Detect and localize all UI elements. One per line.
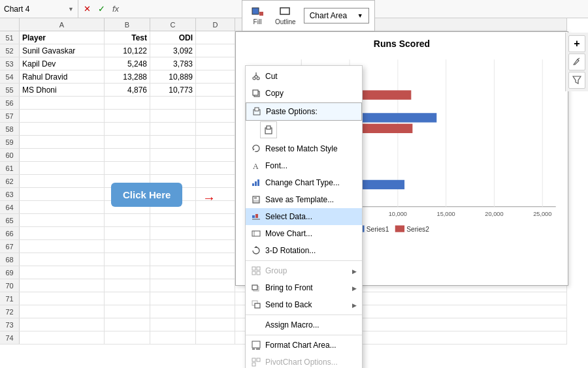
cell-d[interactable]: [196, 110, 235, 122]
cell-b[interactable]: 4,876: [105, 84, 150, 96]
cell-c[interactable]: [150, 331, 196, 344]
chart-elements-btn[interactable]: +: [568, 35, 585, 52]
cell-b[interactable]: [105, 279, 150, 292]
cell-d[interactable]: [196, 188, 235, 200]
cell-c[interactable]: [150, 240, 196, 253]
name-box-dropdown-icon[interactable]: ▼: [68, 6, 74, 12]
cell-b[interactable]: [105, 253, 150, 266]
cell-c[interactable]: [150, 279, 196, 292]
menu-item-format_chart_area[interactable]: Format Chart Area...: [246, 337, 362, 354]
menu-item-send_to_back[interactable]: Send to Back: [246, 296, 362, 313]
cell-d[interactable]: [196, 214, 235, 226]
cell-a[interactable]: Sunil Gavaskar: [20, 44, 105, 57]
cell-d[interactable]: [196, 149, 235, 161]
cell-d[interactable]: [196, 292, 235, 305]
cell-d[interactable]: [196, 175, 235, 187]
outline-button[interactable]: Outline: [272, 5, 299, 27]
cell-a[interactable]: [20, 279, 105, 292]
cell-c[interactable]: 3,783: [150, 57, 196, 70]
cell-d[interactable]: [196, 331, 235, 344]
cell-d[interactable]: [196, 201, 235, 213]
chart-filters-btn[interactable]: [568, 72, 585, 89]
menu-item-change_chart_type[interactable]: Change Chart Type...: [246, 174, 362, 191]
cell-d[interactable]: [196, 97, 235, 109]
chart-area-selector[interactable]: Chart Area ▼: [304, 8, 369, 23]
cell-d[interactable]: [196, 227, 235, 239]
cell-a[interactable]: [20, 266, 105, 279]
cell-c[interactable]: [150, 97, 196, 109]
menu-item-select_data[interactable]: Select Data...: [246, 208, 362, 225]
cell-c[interactable]: [150, 318, 196, 331]
name-box[interactable]: Chart 4 ▼: [0, 0, 78, 18]
cell-d[interactable]: [196, 84, 235, 96]
cell-c[interactable]: [150, 110, 196, 122]
cell-d[interactable]: [196, 279, 235, 292]
cell-c[interactable]: [150, 305, 196, 318]
cell-d[interactable]: [196, 31, 235, 44]
cell-c[interactable]: [150, 292, 196, 305]
cell-b[interactable]: [105, 292, 150, 305]
cell-c[interactable]: 3,092: [150, 44, 196, 57]
cell-a[interactable]: [20, 292, 105, 305]
cell-d[interactable]: [196, 44, 235, 57]
cell-a[interactable]: [20, 214, 105, 226]
cell-d[interactable]: [196, 123, 235, 135]
cell-c[interactable]: [150, 149, 196, 161]
cell-a[interactable]: MS Dhoni: [20, 84, 105, 96]
menu-item-reset_style[interactable]: Reset to Match Style: [246, 140, 362, 157]
menu-item-move_chart[interactable]: Move Chart...: [246, 225, 362, 242]
cell-d[interactable]: [196, 240, 235, 253]
cell-a[interactable]: [20, 240, 105, 253]
cell-c[interactable]: [150, 253, 196, 266]
cell-a[interactable]: [20, 201, 105, 213]
cell-b[interactable]: [105, 266, 150, 279]
cell-a[interactable]: [20, 253, 105, 266]
cell-a[interactable]: [20, 331, 105, 344]
cell-c[interactable]: 10,773: [150, 84, 196, 96]
cell-b[interactable]: [105, 240, 150, 253]
cell-a[interactable]: [20, 188, 105, 200]
cell-a[interactable]: [20, 110, 105, 122]
cancel-formula-btn[interactable]: ✕: [81, 3, 93, 15]
cell-b[interactable]: 10,122: [105, 44, 150, 57]
cell-b[interactable]: [105, 318, 150, 331]
cell-b[interactable]: [105, 123, 150, 135]
menu-item-save_template[interactable]: Save as Template...: [246, 191, 362, 208]
col-header-a[interactable]: A: [20, 18, 105, 31]
cell-a[interactable]: [20, 162, 105, 174]
col-header-b[interactable]: B: [105, 18, 150, 31]
cell-a[interactable]: [20, 123, 105, 135]
cell-b[interactable]: [105, 331, 150, 344]
cell-d[interactable]: [196, 318, 235, 331]
cell-a[interactable]: [20, 136, 105, 148]
col-header-d[interactable]: D: [196, 18, 235, 31]
cell-a[interactable]: [20, 227, 105, 239]
cell-c[interactable]: [150, 214, 196, 226]
cell-b[interactable]: [105, 227, 150, 239]
cell-d[interactable]: [196, 266, 235, 279]
cell-b[interactable]: 5,248: [105, 57, 150, 70]
cell-a[interactable]: [20, 149, 105, 161]
cell-d[interactable]: [196, 305, 235, 318]
cell-d[interactable]: [196, 162, 235, 174]
cell-d[interactable]: [196, 70, 235, 83]
confirm-formula-btn[interactable]: ✓: [95, 3, 107, 15]
cell-b[interactable]: [105, 149, 150, 161]
cell-b[interactable]: [105, 162, 150, 174]
cell-c[interactable]: ODI: [150, 31, 196, 44]
cell-c[interactable]: [150, 266, 196, 279]
cell-a[interactable]: [20, 305, 105, 318]
paste-icon-btn[interactable]: [260, 121, 277, 138]
cell-b[interactable]: [105, 97, 150, 109]
cell-a[interactable]: [20, 318, 105, 331]
cell-c[interactable]: [150, 227, 196, 239]
col-header-c[interactable]: C: [150, 18, 196, 31]
cell-d[interactable]: [196, 253, 235, 266]
menu-item-cut[interactable]: Cut: [246, 68, 362, 85]
chart-styles-btn[interactable]: [568, 54, 585, 70]
cell-a[interactable]: Player: [20, 31, 105, 44]
cell-c[interactable]: [150, 162, 196, 174]
cell-d[interactable]: [196, 136, 235, 148]
cell-b[interactable]: Test: [105, 31, 150, 44]
menu-item-copy[interactable]: Copy: [246, 85, 362, 102]
